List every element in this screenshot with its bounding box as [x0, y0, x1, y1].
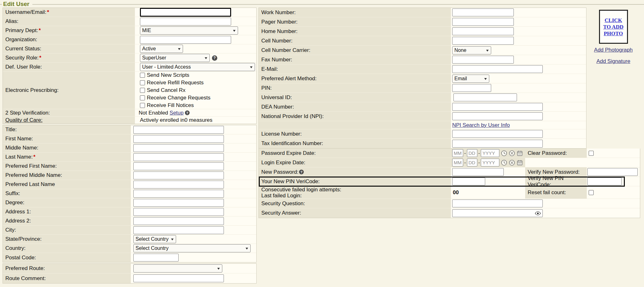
required-asterisk: * [39, 27, 41, 34]
username-email-input[interactable] [140, 8, 231, 17]
home-number-input[interactable] [452, 27, 514, 35]
cell-carrier-label: Cell Number Carrier: [261, 47, 310, 53]
license-number-input[interactable] [452, 130, 543, 138]
pager-number-input[interactable] [452, 18, 514, 26]
security-role-help-icon[interactable]: ? [212, 55, 217, 61]
reset-fail-count-checkbox[interactable] [589, 190, 594, 195]
degree-label: Degree: [5, 200, 24, 206]
primary-dept-select[interactable]: MIE [140, 26, 238, 35]
dea-number-input[interactable] [452, 103, 543, 111]
photo-column: CLICK TO ADD PHOTO Add Photograph Add Si… [586, 8, 640, 149]
suffix-label: Suffix: [5, 190, 20, 197]
pin-vericode-input[interactable] [452, 177, 485, 185]
add-signature-link[interactable]: Add Signature [597, 58, 630, 65]
postal-code-input[interactable] [133, 254, 179, 262]
first-name-label: First Name: [5, 136, 33, 142]
security-question-input[interactable] [452, 200, 543, 207]
quality-of-care-label[interactable]: Quality of Care: [5, 117, 42, 123]
work-number-input[interactable] [452, 8, 514, 16]
organization-input[interactable] [140, 36, 231, 44]
preferred-alert-method-select[interactable]: Email [452, 75, 489, 83]
last-name-input[interactable] [133, 153, 224, 161]
password-expire-calendar-icon[interactable] [517, 150, 523, 156]
preferred-last-name-label: Preferred Last Name [5, 181, 55, 188]
login-expire-clock-icon[interactable] [501, 160, 507, 166]
license-number-label: License Number: [261, 131, 302, 137]
password-expire-mm-input[interactable] [452, 149, 463, 157]
npi-search-link[interactable]: NPI Search by User Info [452, 122, 510, 128]
login-expire-calendar-icon[interactable] [517, 160, 523, 166]
address2-input[interactable] [133, 217, 224, 225]
pin-input[interactable] [452, 84, 491, 92]
verify-pin-vericode-input[interactable] [587, 177, 622, 185]
cell-number-input[interactable] [452, 37, 514, 45]
security-role-select[interactable]: SuperUser [140, 54, 210, 62]
npi-input[interactable] [452, 112, 543, 120]
password-expire-clock-icon[interactable] [501, 150, 507, 156]
row-cell-number: Cell Number: [259, 36, 586, 46]
suffix-input[interactable] [133, 190, 224, 198]
photo-placeholder[interactable]: CLICK TO ADD PHOTO [599, 10, 628, 44]
preferred-last-name-input[interactable] [133, 181, 224, 189]
add-photograph-link[interactable]: Add Photograph [594, 47, 633, 53]
first-name-input[interactable] [133, 135, 224, 143]
last-name-label: Last Name: [5, 154, 33, 160]
row-security-answer: Security Answer: [259, 208, 640, 218]
login-expire-yyyy-input[interactable] [481, 159, 499, 166]
password-expire-dd-input[interactable] [467, 149, 477, 157]
country-select[interactable]: Select Country [133, 244, 251, 252]
email-input[interactable] [452, 65, 543, 73]
middle-name-input[interactable] [133, 144, 224, 152]
login-expire-clear-icon[interactable] [509, 160, 515, 166]
pager-number-label: Pager Number: [261, 19, 297, 25]
login-expire-mm-input[interactable] [452, 159, 463, 166]
receive-refill-requests-checkbox[interactable] [140, 80, 145, 85]
preferred-first-name-input[interactable] [133, 162, 224, 170]
preferred-route-select[interactable] [133, 264, 222, 273]
two-step-setup-link[interactable]: Setup [169, 110, 183, 116]
name-address-table: Title: First Name: Middle Name: Last Nam… [3, 125, 257, 262]
def-user-role-select[interactable]: User - Limited Access [140, 63, 255, 71]
state-province-select[interactable]: Select Country [133, 235, 176, 243]
current-status-select[interactable]: Active [140, 45, 183, 53]
two-step-help-icon[interactable]: ? [185, 110, 190, 115]
preferred-middle-name-input[interactable] [133, 172, 224, 179]
right-column: Work Number: Pager Number: Home Number: … [258, 8, 640, 218]
city-label: City: [5, 227, 16, 233]
page-title: Edit User [2, 1, 32, 8]
degree-input[interactable] [133, 199, 224, 207]
username-email-label: Username/Email: [5, 9, 46, 15]
fax-number-input[interactable] [452, 56, 514, 64]
send-new-scripts-checkbox[interactable] [140, 73, 145, 78]
password-expire-clear-icon[interactable] [509, 150, 515, 156]
clear-password-checkbox[interactable] [589, 151, 594, 156]
security-answer-input[interactable] [452, 209, 543, 217]
row-first-name: First Name: [3, 134, 256, 144]
row-pin-vericode: Your New PIN VeriCode: Verify New PIN Ve… [259, 177, 640, 186]
new-password-input[interactable] [452, 168, 504, 176]
alias-input[interactable] [140, 18, 231, 25]
route-comment-input[interactable] [133, 274, 224, 282]
tax-id-input[interactable] [452, 140, 543, 148]
show-answer-eye-icon[interactable] [535, 211, 541, 216]
verify-new-password-label: Verify New Password: [528, 169, 580, 175]
receive-fill-notices-checkbox[interactable] [140, 103, 145, 108]
email-label: E-Mail: [261, 66, 278, 72]
organization-label: Organization: [5, 37, 37, 43]
title-input[interactable] [133, 126, 224, 134]
city-input[interactable] [133, 226, 224, 234]
electronic-prescribing-label: Electronic Prescribing: [5, 87, 58, 93]
verify-new-password-input[interactable] [587, 168, 638, 176]
address1-input[interactable] [133, 208, 224, 216]
row-last-name: Last Name:* [3, 153, 256, 162]
cell-carrier-select[interactable]: None [452, 46, 491, 54]
send-cancel-rx-checkbox[interactable] [140, 88, 145, 93]
password-expire-yyyy-input[interactable] [481, 149, 499, 157]
login-expire-dd-input[interactable] [467, 159, 477, 166]
new-password-help-icon[interactable]: ? [299, 170, 304, 174]
universal-id-input[interactable] [453, 93, 517, 101]
row-degree: Degree: [3, 198, 256, 207]
send-cancel-rx-option: Send Cancel Rx [140, 87, 186, 93]
row-username-email: Username/Email:* [3, 8, 256, 17]
receive-change-requests-checkbox[interactable] [140, 95, 145, 100]
